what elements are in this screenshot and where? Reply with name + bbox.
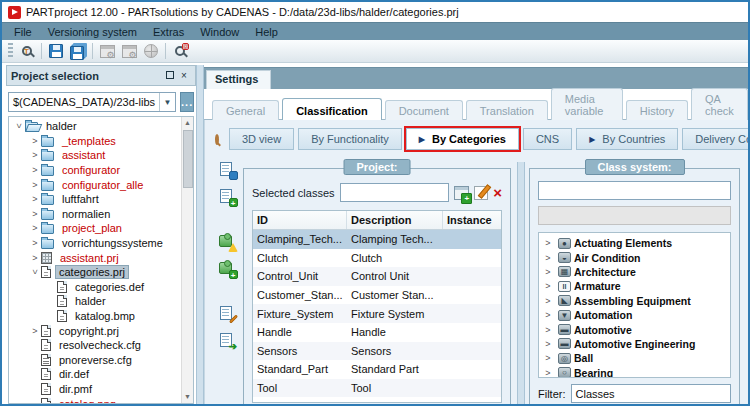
project-path-combobox[interactable]: $(CADENAS_DATA)/23d-libs ▼ [8, 92, 176, 112]
class-tree-item[interactable]: Automation [541, 308, 728, 322]
save-icon[interactable] [45, 41, 67, 61]
table-row[interactable]: Clamping_Tech... Clamping Tech... [253, 230, 501, 249]
selected-classes-input[interactable] [340, 183, 450, 202]
tree-item[interactable]: project_plan [11, 221, 179, 236]
tree-expander-icon[interactable] [541, 253, 555, 263]
menu-item[interactable]: Versioning system [40, 25, 145, 39]
menu-item[interactable]: File [6, 25, 40, 39]
main-splitter[interactable] [196, 65, 204, 404]
column-header-instance[interactable]: Instance [443, 211, 501, 229]
tree-expander-icon[interactable] [13, 121, 25, 131]
column-header-description[interactable]: Description [347, 211, 443, 229]
tree-expander-icon[interactable] [29, 355, 41, 365]
settings-tab[interactable]: QA check [691, 88, 748, 120]
tree-expander-icon[interactable] [541, 281, 555, 291]
classification-subtab[interactable]: ▶ 3D view [229, 128, 294, 150]
save-document-icon[interactable] [219, 162, 236, 178]
tree-item[interactable]: katalog.bmp [11, 309, 179, 324]
class-tree-item[interactable]: Armature [541, 279, 728, 293]
settings-tab[interactable]: Classification [282, 98, 382, 120]
tree-expander-icon[interactable] [541, 353, 555, 363]
group-splitter[interactable] [517, 162, 525, 404]
tree-expander-icon[interactable] [541, 310, 555, 320]
tree-expander-icon[interactable] [541, 267, 555, 277]
tree-expander-icon[interactable] [541, 296, 555, 306]
tree-expander-icon[interactable] [541, 368, 555, 378]
tree-item[interactable]: catalog.png [11, 396, 179, 404]
tree-expander-icon[interactable] [29, 253, 41, 263]
tree-expander-icon[interactable] [45, 282, 57, 292]
tree-expander-icon[interactable] [29, 223, 41, 233]
tree-expander-icon[interactable] [29, 267, 41, 277]
tree-item[interactable]: categories.def [11, 280, 179, 295]
tree-expander-icon[interactable] [29, 136, 41, 146]
scroll-up-icon[interactable]: ▲ [182, 117, 193, 129]
project-window-settings-icon[interactable] [118, 41, 140, 61]
settings-tab[interactable]: History [626, 100, 688, 120]
menu-item[interactable]: Window [192, 25, 247, 39]
tree-item[interactable]: configurator [11, 163, 179, 178]
tree-expander-icon[interactable] [45, 296, 57, 306]
panel-float-icon[interactable] [163, 69, 177, 83]
table-row[interactable]: Standard_Part Standard Part [253, 360, 501, 379]
tree-expander-icon[interactable] [29, 165, 41, 175]
tree-item[interactable]: vorrichtungssysteme [11, 236, 179, 251]
tree-expander-icon[interactable] [541, 238, 555, 248]
tree-item[interactable]: pnoreverse.cfg [11, 353, 179, 368]
toolbar-grip[interactable] [8, 43, 13, 59]
edit-document-icon[interactable] [219, 306, 236, 322]
tree-item[interactable]: assistant.prj [11, 250, 179, 265]
tree-item[interactable]: copyright.prj [11, 323, 179, 338]
column-header-id[interactable]: ID [253, 211, 347, 229]
class-tree-item[interactable]: Automotive [541, 322, 728, 336]
tree-expander-icon[interactable] [29, 209, 41, 219]
plugin-warning-icon[interactable] [219, 234, 236, 250]
tree-expander-icon[interactable] [29, 369, 41, 379]
delete-class-icon[interactable]: × [493, 186, 502, 200]
settings-tab[interactable]: Media variable [551, 88, 623, 120]
settings-tab[interactable]: Translation [466, 100, 548, 120]
search-icon[interactable] [215, 134, 219, 145]
tree-expander-icon[interactable] [541, 325, 555, 335]
class-tree-item[interactable]: Bearing [541, 366, 728, 378]
tree-expander-icon[interactable] [29, 384, 41, 394]
tree-item[interactable]: _templates [11, 134, 179, 149]
chevron-down-icon[interactable]: ▼ [159, 93, 175, 111]
browse-button[interactable]: ... [180, 92, 194, 112]
classification-subtab[interactable]: ▶ By Categories [406, 128, 519, 150]
tree-expander-icon[interactable] [29, 399, 41, 404]
tree-expander-icon[interactable] [29, 180, 41, 190]
settings-tab[interactable]: General [212, 100, 279, 120]
class-tree-item[interactable]: Actuating Elements [541, 236, 728, 250]
tree-expander-icon[interactable] [29, 150, 41, 160]
table-row[interactable]: Customer_Stan... Customer Stan... [253, 286, 501, 305]
table-row[interactable]: Control_Unit Control Unit [253, 267, 501, 286]
tree-scrollbar[interactable]: ▲ ▼ [181, 117, 193, 403]
tree-item[interactable]: configurator_alle [11, 177, 179, 192]
tree-expander-icon[interactable] [541, 339, 555, 349]
project-window-icon[interactable] [96, 41, 118, 61]
tree-expander-icon[interactable] [29, 194, 41, 204]
class-tree-item[interactable]: Automotive Engineering [541, 337, 728, 351]
tree-item[interactable]: dir.def [11, 367, 179, 382]
tree-item[interactable]: resolvecheck.cfg [11, 338, 179, 353]
table-row[interactable]: Tool Tool [253, 379, 501, 398]
search-text-icon[interactable]: T [16, 41, 38, 61]
class-search-input[interactable] [538, 181, 731, 200]
search-lock-icon[interactable]: @ [169, 41, 191, 61]
tree-item[interactable]: halder [11, 294, 179, 309]
class-tree-item[interactable]: Air Condition [541, 250, 728, 264]
save-all-icon[interactable] [67, 41, 89, 61]
class-tree-item[interactable]: Ball [541, 351, 728, 365]
plugin-add-icon[interactable]: + [219, 261, 236, 277]
publish-globe-icon[interactable] [140, 41, 162, 61]
add-document-icon[interactable]: + [219, 189, 236, 205]
class-tree-item[interactable]: Assembling Equipment [541, 294, 728, 308]
table-row[interactable]: Fixture_System Fixture System [253, 304, 501, 323]
export-document-icon[interactable]: ➔ [219, 333, 236, 349]
tree-item[interactable]: dir.pmf [11, 382, 179, 397]
menu-item[interactable]: Extras [145, 25, 192, 39]
tree-item[interactable]: normalien [11, 207, 179, 222]
filter-combobox[interactable]: Classes [571, 384, 732, 403]
scroll-down-icon[interactable]: ▼ [182, 391, 193, 403]
